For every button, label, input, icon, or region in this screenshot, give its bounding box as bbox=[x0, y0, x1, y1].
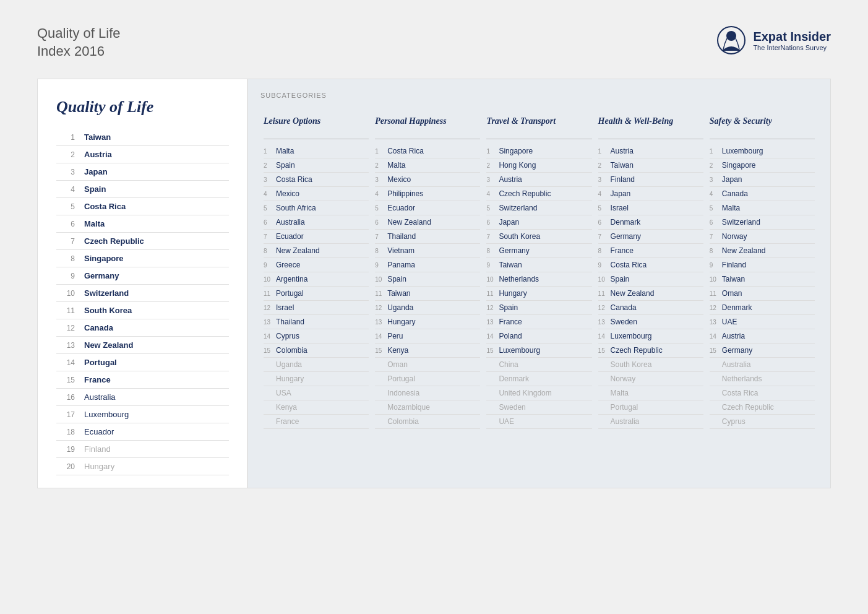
sub-rank: 14 bbox=[486, 333, 499, 340]
sub-list: 1Costa Rica2Malta3Mexico4Philippines5Ecu… bbox=[375, 144, 480, 429]
sub-country: UAE bbox=[722, 318, 737, 326]
sub-country: Germany bbox=[499, 246, 529, 255]
sub-rank: 4 bbox=[598, 191, 611, 197]
sub-item: 2Hong Kong bbox=[486, 158, 591, 173]
sub-country: Oman bbox=[722, 289, 742, 298]
sub-rank: 10 bbox=[264, 276, 276, 283]
sub-item: 14Austria bbox=[710, 329, 815, 344]
sub-item: 7Norway bbox=[710, 230, 815, 244]
sub-country: Portugal bbox=[611, 403, 638, 412]
sub-rank: 12 bbox=[264, 305, 276, 311]
sub-rank: 1 bbox=[375, 148, 387, 155]
sub-country: Indonesia bbox=[387, 389, 419, 397]
rank-item: 6Malta bbox=[56, 215, 229, 233]
sub-item: 6Japan bbox=[486, 215, 591, 230]
sub-country: Finland bbox=[611, 175, 635, 184]
logo-text: Expat Insider The InterNations Survey bbox=[753, 30, 831, 51]
sub-country: Sweden bbox=[499, 403, 525, 412]
rank-number: 14 bbox=[56, 358, 75, 367]
sub-item: Costa Rica bbox=[710, 386, 815, 400]
rank-country: Spain bbox=[84, 184, 106, 194]
sub-rank: 4 bbox=[486, 191, 499, 197]
rank-item: 5Costa Rica bbox=[56, 198, 229, 215]
sub-country: Japan bbox=[499, 218, 519, 227]
sub-rank: 5 bbox=[264, 205, 276, 212]
sub-item: 7Ecuador bbox=[264, 230, 369, 244]
sub-country: China bbox=[499, 360, 518, 369]
sub-country: Costa Rica bbox=[611, 261, 647, 269]
rank-country: Singapore bbox=[84, 254, 124, 263]
sub-item: 12Canada bbox=[598, 301, 703, 315]
sub-item: 12Denmark bbox=[710, 301, 815, 315]
sub-rank: 12 bbox=[598, 305, 611, 311]
rank-country: Malta bbox=[84, 219, 105, 228]
sub-country: Kenya bbox=[387, 346, 408, 355]
sub-item: Netherlands bbox=[710, 372, 815, 386]
svg-point-1 bbox=[726, 31, 736, 41]
sub-rank: 6 bbox=[598, 219, 611, 226]
rank-number: 12 bbox=[56, 324, 75, 332]
sub-item: Australia bbox=[598, 415, 703, 429]
sub-item: 2Spain bbox=[264, 158, 369, 173]
rank-number: 2 bbox=[56, 150, 75, 159]
sub-item: 12Uganda bbox=[375, 301, 480, 315]
sub-country: Spain bbox=[276, 161, 295, 170]
rank-country: Taiwan bbox=[84, 132, 111, 142]
sub-country: Cyprus bbox=[722, 417, 746, 426]
rank-country: Japan bbox=[84, 167, 108, 176]
sub-item: 3Mexico bbox=[375, 173, 480, 187]
rank-country: Luxembourg bbox=[84, 410, 129, 419]
sub-rank: 4 bbox=[710, 191, 722, 197]
sub-country: Austria bbox=[499, 175, 522, 184]
sub-country: Singapore bbox=[722, 161, 756, 170]
sub-item: 15Luxembourg bbox=[486, 344, 591, 358]
sub-rank: 12 bbox=[375, 305, 387, 311]
sub-rank: 8 bbox=[375, 248, 387, 254]
sub-rank: 1 bbox=[598, 148, 611, 155]
sub-country: Luxembourg bbox=[722, 147, 763, 155]
page: Quality of Life Index 2016 Expat Insider… bbox=[0, 0, 868, 614]
sub-rank: 9 bbox=[375, 262, 387, 269]
sub-item: 2Taiwan bbox=[598, 158, 703, 173]
logo-block: Expat Insider The InterNations Survey bbox=[716, 25, 831, 56]
sub-country: Cyprus bbox=[276, 332, 299, 340]
sub-item: Denmark bbox=[486, 372, 591, 386]
sub-item: 10Netherlands bbox=[486, 272, 591, 287]
rank-item: 2Austria bbox=[56, 146, 229, 163]
sub-country: Argentina bbox=[276, 275, 307, 283]
sub-country: South Korea bbox=[611, 360, 652, 369]
sub-item: Malta bbox=[598, 386, 703, 400]
sub-rank: 6 bbox=[264, 219, 276, 226]
sub-item: 4Mexico bbox=[264, 187, 369, 201]
sub-column: Personal Happiness1Costa Rica2Malta3Mexi… bbox=[372, 108, 483, 429]
sub-country: Poland bbox=[499, 332, 522, 340]
sub-rank: 13 bbox=[375, 319, 387, 326]
rank-number: 16 bbox=[56, 393, 75, 402]
sub-rank: 15 bbox=[375, 347, 387, 354]
rank-number: 17 bbox=[56, 410, 75, 419]
sub-country: Spain bbox=[387, 275, 406, 283]
sub-item: Indonesia bbox=[375, 386, 480, 400]
sub-country: Uganda bbox=[276, 360, 302, 369]
sub-country: Finland bbox=[722, 261, 746, 269]
sub-country: Colombia bbox=[387, 417, 419, 426]
sub-country: Philippines bbox=[387, 189, 423, 198]
sub-list: 1Malta2Spain3Costa Rica4Mexico5South Afr… bbox=[264, 144, 369, 429]
sub-item: 14Cyprus bbox=[264, 329, 369, 344]
sub-item: Sweden bbox=[486, 400, 591, 415]
sub-country: Thailand bbox=[276, 318, 304, 326]
sub-rank: 11 bbox=[375, 290, 387, 297]
sub-rank: 3 bbox=[486, 176, 499, 183]
sub-item: 9Finland bbox=[710, 258, 815, 272]
sub-item: 9Costa Rica bbox=[598, 258, 703, 272]
sub-country: Costa Rica bbox=[276, 175, 312, 184]
sub-item: 6New Zealand bbox=[375, 215, 480, 230]
sub-item: 11Portugal bbox=[264, 287, 369, 301]
sub-rank: 7 bbox=[598, 233, 611, 240]
sub-item: France bbox=[264, 415, 369, 429]
sub-rank: 9 bbox=[486, 262, 499, 269]
sub-item: Norway bbox=[598, 372, 703, 386]
sub-item: 9Greece bbox=[264, 258, 369, 272]
sub-rank: 1 bbox=[710, 148, 722, 155]
sub-country: Netherlands bbox=[499, 275, 539, 283]
